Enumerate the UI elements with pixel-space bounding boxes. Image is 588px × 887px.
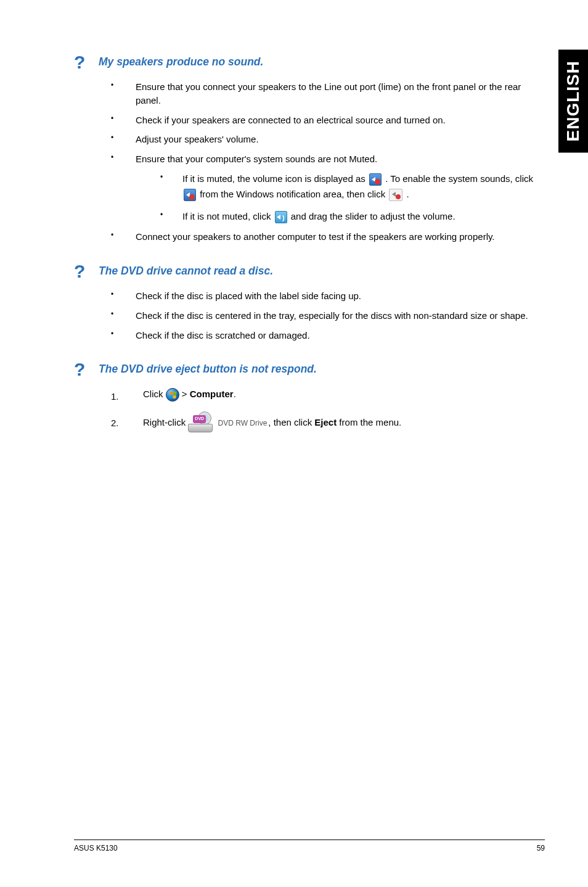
section-dvd-eject-not-respond: ? The DVD drive eject button is not resp… <box>74 363 545 432</box>
text-fragment: and drag the slider to adjust the volume… <box>291 211 455 221</box>
list-item: Ensure that you connect your speakers to… <box>111 80 545 107</box>
bullet-list: Check if the disc is placed with the lab… <box>74 289 545 342</box>
list-item: Check if the disc is placed with the lab… <box>111 289 545 303</box>
text-fragment: Right-click <box>143 417 188 427</box>
list-item: Check if your speakers are connected to … <box>111 113 545 127</box>
page-footer: ASUS K5130 59 <box>74 840 545 852</box>
windows-start-icon <box>166 388 179 402</box>
dvd-drive-icon: DVD <box>188 414 213 432</box>
list-item: Adjust your speakers' volume. <box>111 133 545 146</box>
list-item: Check if the disc is scratched or damage… <box>111 329 545 342</box>
section-title: The DVD drive eject button is not respon… <box>99 363 317 376</box>
text-fragment: If it is not muted, click <box>182 211 274 221</box>
section-header: ? The DVD drive cannot read a disc. <box>74 265 545 281</box>
list-item: If it is muted, the volume icon is displ… <box>160 171 545 202</box>
section-header: ? My speakers produce no sound. <box>74 56 545 72</box>
footer-page-number: 59 <box>537 844 545 852</box>
section-speakers-no-sound: ? My speakers produce no sound. Ensure t… <box>74 56 545 244</box>
text-fragment: Click <box>143 389 166 399</box>
bullet-text: Adjust your speakers' volume. <box>136 134 259 144</box>
bullet-text: Ensure that your computer's system sound… <box>136 154 377 164</box>
text-fragment: . To enable the system sounds, click <box>385 173 533 184</box>
list-item: Connect your speakers to another compute… <box>111 230 545 244</box>
bullet-text: Ensure that you connect your speakers to… <box>136 81 521 105</box>
language-tab: ENGLISH <box>558 49 588 152</box>
volume-mixer-icon <box>389 189 402 201</box>
step-number: 2. <box>111 416 119 431</box>
section-dvd-cannot-read: ? The DVD drive cannot read a disc. Chec… <box>74 265 545 342</box>
step-number: 1. <box>111 390 119 404</box>
section-title: The DVD drive cannot read a disc. <box>99 265 273 278</box>
text-fragment: from the menu. <box>337 417 401 427</box>
question-mark-icon: ? <box>74 262 85 281</box>
question-mark-icon: ? <box>74 53 85 72</box>
dvd-drive-label: DVD RW Drive <box>218 419 267 427</box>
bullet-text: Connect your speakers to another compute… <box>136 231 495 242</box>
bullet-text: Check if the disc is scratched or damage… <box>136 330 310 340</box>
bullet-text: Check if your speakers are connected to … <box>136 115 446 125</box>
list-item: If it is not muted, click and drag the s… <box>160 208 545 225</box>
bold-text: Eject <box>314 417 337 427</box>
bullet-text: Check if the disc is centered in the tra… <box>136 310 528 321</box>
list-item: Check if the disc is centered in the tra… <box>111 309 545 323</box>
volume-on-icon <box>275 211 287 223</box>
text-fragment: > <box>182 389 190 399</box>
question-mark-icon: ? <box>74 360 85 379</box>
list-item: 2. Right-click DVD DVD RW Drive, then cl… <box>111 414 545 432</box>
section-title: My speakers produce no sound. <box>99 56 263 68</box>
footer-model: ASUS K5130 <box>74 844 118 852</box>
text-fragment: If it is muted, the volume icon is displ… <box>182 173 368 184</box>
numbered-list: 1. Click > Computer. 2. Right-click DVD … <box>74 387 545 432</box>
volume-muted-icon <box>184 189 196 201</box>
section-header: ? The DVD drive eject button is not resp… <box>74 363 545 379</box>
list-item: Ensure that your computer's system sound… <box>111 152 545 224</box>
list-item: 1. Click > Computer. <box>111 387 545 402</box>
sub-bullet-list: If it is muted, the volume icon is displ… <box>136 171 545 225</box>
bullet-text: Check if the disc is placed with the lab… <box>136 291 361 301</box>
text-fragment: from the Windows notification area, then… <box>200 189 388 199</box>
text-fragment: . <box>234 389 236 399</box>
volume-muted-icon <box>369 173 382 186</box>
bullet-list: Ensure that you connect your speakers to… <box>74 80 545 244</box>
text-fragment: . <box>406 189 409 199</box>
text-fragment: , then click <box>268 417 314 427</box>
page-content: ENGLISH ? My speakers produce no sound. … <box>0 0 588 887</box>
dvd-badge: DVD <box>193 415 206 423</box>
bold-text: Computer <box>190 389 234 399</box>
